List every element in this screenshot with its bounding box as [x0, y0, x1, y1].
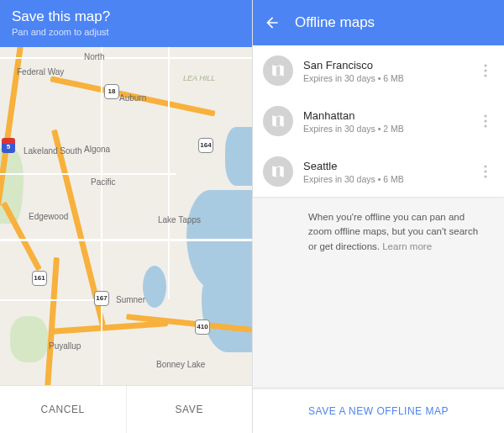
item-meta: Expires in 30 days • 6 MB — [303, 174, 467, 184]
route-shield: 161 — [32, 271, 47, 286]
item-title: San Francisco — [303, 59, 467, 71]
item-meta: Expires in 30 days • 6 MB — [303, 73, 467, 83]
route-shield: 18 — [104, 84, 119, 99]
svg-point-0 — [484, 64, 486, 66]
map-icon — [263, 156, 293, 187]
arrow-left-icon — [264, 14, 281, 31]
left-title: Save this map? — [12, 8, 240, 25]
map-label: Lake Tapps — [158, 215, 201, 224]
svg-point-3 — [484, 114, 486, 117]
map-label: Algona — [84, 145, 110, 154]
save-new-map-button[interactable]: SAVE A NEW OFFLINE MAP — [308, 405, 449, 417]
map-label: Federal Way — [17, 67, 64, 77]
map-canvas[interactable]: Federal Way North Auburn LEA HILL Lakela… — [0, 47, 252, 386]
cancel-button[interactable]: CANCEL — [0, 386, 126, 433]
left-header: Save this map? Pan and zoom to adjust — [0, 0, 252, 47]
offline-list-card: San Francisco Expires in 30 days • 6 MB … — [253, 45, 504, 197]
svg-point-6 — [484, 165, 486, 167]
map-label: Sumner — [116, 295, 145, 304]
svg-point-2 — [484, 74, 486, 77]
item-title: Seattle — [303, 160, 467, 172]
svg-point-1 — [484, 69, 486, 71]
map-icon — [263, 106, 293, 136]
left-footer: CANCEL SAVE — [0, 385, 252, 433]
offline-info: When you're offline you can pan and zoom… — [253, 197, 504, 254]
svg-point-4 — [484, 119, 486, 122]
map-label: Puyallup — [49, 341, 81, 351]
route-shield: 164 — [198, 138, 213, 153]
svg-point-5 — [484, 124, 486, 127]
map-label: Edgewood — [29, 212, 68, 221]
overflow-button[interactable] — [477, 165, 494, 178]
overflow-button[interactable] — [477, 114, 494, 128]
svg-point-8 — [484, 175, 486, 177]
list-item[interactable]: Seattle Expires in 30 days • 6 MB — [253, 146, 504, 197]
map-label: LEA HILL — [183, 74, 215, 82]
map-label: Lakeland South — [24, 146, 82, 156]
offline-maps-pane: Offline maps San Francisco Expires in 30… — [253, 0, 504, 433]
svg-point-7 — [484, 170, 486, 172]
right-title: Offline maps — [295, 14, 375, 31]
list-item[interactable]: San Francisco Expires in 30 days • 6 MB — [253, 45, 504, 96]
overflow-button[interactable] — [477, 64, 494, 77]
more-vert-icon — [484, 64, 487, 77]
map-label: Auburn — [119, 93, 146, 103]
item-title: Manhattan — [303, 109, 467, 122]
route-shield: 410 — [195, 319, 210, 335]
map-viewport[interactable]: Federal Way North Auburn LEA HILL Lakela… — [0, 47, 252, 386]
right-header: Offline maps — [253, 0, 504, 45]
map-icon — [263, 55, 293, 86]
map-label: Bonney Lake — [156, 360, 205, 369]
left-subtitle: Pan and zoom to adjust — [12, 27, 240, 37]
map-label: Pacific — [91, 177, 115, 187]
item-meta: Expires in 30 days • 2 MB — [303, 124, 467, 134]
interstate-shield: 5 — [2, 138, 15, 153]
save-map-pane: Save this map? Pan and zoom to adjust — [0, 0, 253, 433]
back-button[interactable] — [263, 13, 281, 32]
map-label: North — [84, 52, 104, 61]
more-vert-icon — [484, 114, 487, 128]
right-footer: SAVE A NEW OFFLINE MAP — [253, 388, 504, 433]
route-shield: 167 — [94, 291, 109, 306]
learn-more-link[interactable]: Learn more — [382, 241, 432, 251]
save-button[interactable]: SAVE — [126, 386, 253, 433]
list-item[interactable]: Manhattan Expires in 30 days • 2 MB — [253, 96, 504, 146]
more-vert-icon — [484, 165, 487, 178]
